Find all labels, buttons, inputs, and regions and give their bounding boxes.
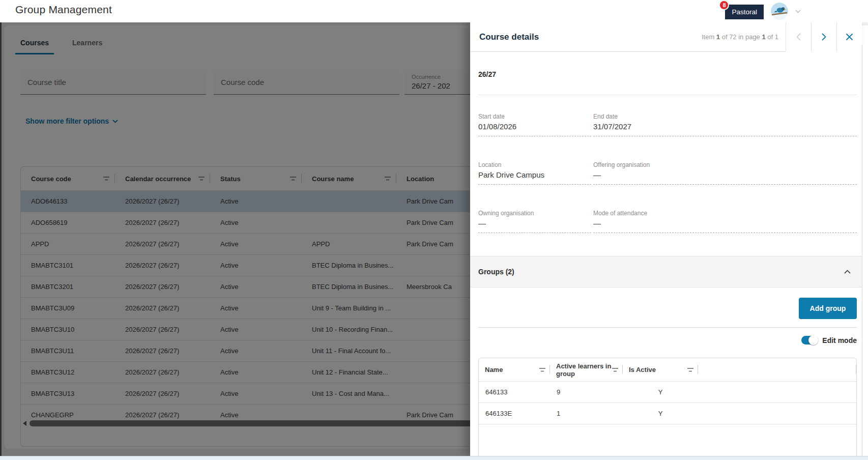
avatar-image [771, 3, 788, 20]
groups-section-header[interactable]: Groups (2) [470, 256, 862, 288]
groups-table-header: Name Active learners in group Is Active [479, 358, 856, 381]
group-row[interactable]: 646133E 1 Y [479, 402, 856, 424]
field-location: Location Park Drive Campus [478, 161, 591, 185]
field-mode-of-attendance: Mode of attendance — [593, 210, 857, 233]
field-end-date: End date 31/07/2027 [593, 113, 857, 136]
group-row-empty [479, 424, 856, 456]
close-icon [846, 33, 853, 41]
groups-table: Name Active learners in group Is Active … [478, 358, 857, 456]
column-header-active-learners[interactable]: Active learners in group [550, 358, 623, 381]
top-bar: Group Management Pastoral 8 [0, 0, 868, 22]
field-start-date: Start date 01/08/2026 [478, 113, 591, 136]
notification-badge: 8 [719, 0, 729, 10]
profile-chevron-down-icon[interactable] [795, 10, 801, 13]
add-group-button[interactable]: Add group [799, 298, 857, 319]
page-title: Group Management [15, 4, 112, 16]
top-bar-actions: Pastoral 8 [725, 0, 801, 22]
column-header-is-active[interactable]: Is Active [623, 358, 698, 381]
edit-mode-row: Edit mode [801, 336, 857, 344]
panel-title: Course details [470, 32, 539, 42]
pastoral-context-button[interactable]: Pastoral [725, 5, 764, 19]
chevron-left-icon [796, 33, 801, 41]
filter-icon[interactable] [687, 367, 694, 372]
field-offering-organisation: Offering organisation — [593, 161, 857, 185]
filter-icon[interactable] [612, 367, 619, 372]
filter-icon[interactable] [539, 367, 546, 372]
vertical-scrollbar-gutter[interactable] [862, 45, 868, 460]
course-occurrence-title: 26/27 [478, 70, 496, 78]
toggle-knob [808, 335, 818, 345]
bottom-strip [0, 456, 868, 460]
divider [478, 327, 857, 328]
previous-item-button[interactable] [786, 22, 811, 52]
edit-mode-label: Edit mode [822, 336, 857, 344]
close-panel-button[interactable] [836, 22, 862, 52]
groups-section-title: Groups (2) [478, 268, 514, 276]
column-header-empty [698, 358, 856, 381]
section-divider [478, 95, 857, 95]
chevron-up-icon[interactable] [844, 270, 851, 274]
avatar[interactable] [771, 3, 788, 20]
item-pager-text: Item 1 of 72 in page 1 of 1 [702, 33, 778, 41]
course-details-panel: Course details Item 1 of 72 in page 1 of… [470, 22, 862, 456]
panel-header: Course details Item 1 of 72 in page 1 of… [470, 22, 862, 52]
main-content: Courses Learners Occurrence 26/27 - 202 … [0, 22, 868, 456]
next-item-button[interactable] [811, 22, 836, 52]
column-header-name[interactable]: Name [479, 358, 550, 381]
edit-mode-toggle[interactable] [801, 336, 818, 344]
chevron-right-icon [822, 33, 826, 41]
field-owning-organisation: Owning organisation — [478, 210, 591, 233]
modal-overlay [0, 22, 470, 456]
group-row[interactable]: 646133 9 Y [479, 381, 856, 402]
